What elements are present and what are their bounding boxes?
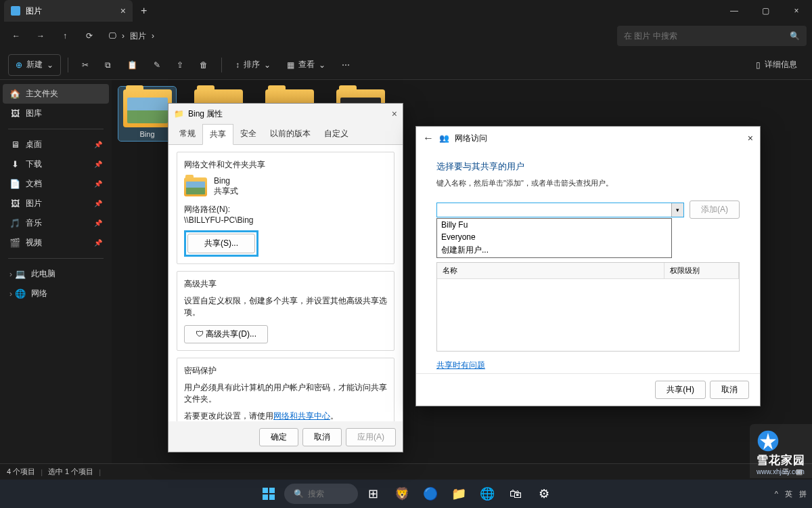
details-pane-button[interactable]: ▯ 详细信息	[749, 54, 804, 76]
share-button[interactable]: 共享(S)...	[187, 234, 255, 253]
dialog-titlebar[interactable]: 📁 Bing 属性 ×	[168, 104, 403, 124]
sidebar-item-documents[interactable]: 📄文档📌	[3, 174, 109, 194]
search-icon[interactable]: 🔍	[790, 31, 800, 41]
item-count: 4 个项目	[7, 467, 35, 477]
copy-button[interactable]: ⧉	[98, 54, 118, 76]
column-permission[interactable]: 权限级别	[664, 263, 739, 278]
tab-general[interactable]: 常规	[173, 124, 202, 144]
sidebar-item-network[interactable]: ›🌐网络	[3, 284, 109, 303]
tray-chevron-icon[interactable]: ^	[775, 490, 778, 498]
sidebar-item-pictures[interactable]: 🖼图片📌	[3, 194, 109, 213]
tab-share[interactable]: 共享	[202, 124, 233, 145]
ime-indicator[interactable]: 拼	[799, 489, 807, 499]
taskbar-app[interactable]: 🔵	[418, 481, 443, 507]
user-combobox[interactable]: ▾	[436, 203, 684, 217]
properties-dialog: 📁 Bing 属性 × 常规 共享 安全 以前的版本 自定义 网络文件和文件夹共…	[168, 103, 403, 452]
taskbar-app[interactable]: ⚙	[531, 481, 557, 507]
task-view-button[interactable]: ⊞	[361, 481, 386, 507]
share-icon: ⇪	[177, 60, 183, 70]
new-tab-button[interactable]: +	[133, 5, 155, 17]
share-button[interactable]: ⇪	[170, 54, 190, 76]
add-button[interactable]: 添加(A)	[690, 200, 740, 219]
forward-button[interactable]: →	[30, 25, 51, 47]
sidebar-item-home[interactable]: 🏠主文件夹	[3, 84, 109, 104]
tab-close-icon[interactable]: ×	[120, 5, 126, 16]
taskbar-store[interactable]: 🛍	[503, 481, 528, 507]
sidebar-item-thispc[interactable]: ›💻此电脑	[3, 264, 109, 284]
close-button[interactable]: ×	[781, 0, 812, 22]
user-list: 名称 权限级别	[436, 262, 740, 352]
taskbar-search-input[interactable]	[308, 489, 348, 499]
network-center-link[interactable]: 网络和共享中心	[273, 411, 330, 421]
cancel-button[interactable]: 取消	[710, 381, 749, 399]
rename-icon: ✎	[154, 60, 160, 70]
system-tray[interactable]: ^ 英 拼	[775, 489, 807, 499]
paste-icon: 📋	[127, 60, 137, 70]
taskbar-explorer[interactable]: 📁	[446, 481, 472, 507]
trash-icon: 🗑	[200, 60, 208, 70]
dropdown-option[interactable]: Billy Fu	[437, 219, 671, 231]
refresh-button[interactable]: ⟳	[78, 25, 100, 47]
advanced-share-section: 高级共享 设置自定义权限，创建多个共享，并设置其他高级共享选项。 🛡 高级共享(…	[177, 271, 394, 351]
rename-button[interactable]: ✎	[147, 54, 167, 76]
details-icon: ▯	[756, 60, 761, 70]
new-button[interactable]: ⊕ 新建 ⌄	[8, 54, 61, 76]
help-link[interactable]: 共享时有问题	[436, 360, 485, 370]
sidebar-item-downloads[interactable]: ⬇下载📌	[3, 154, 109, 174]
sidebar-item-desktop[interactable]: 🖥桌面📌	[3, 135, 109, 154]
sidebar: 🏠主文件夹 🖼图库 🖥桌面📌 ⬇下载📌 📄文档📌 🖼图片📌 🎵音乐📌 🎬视频📌 …	[0, 80, 112, 473]
dropdown-option[interactable]: 创建新用户...	[437, 243, 671, 257]
cut-icon: ✂	[82, 60, 89, 70]
sort-button[interactable]: ↕ 排序 ⌄	[229, 54, 277, 76]
share-dialog: ← 👥 网络访问 × 选择要与其共享的用户 键入名称，然后单击"添加"，或者单击…	[415, 126, 761, 406]
search-input[interactable]	[624, 31, 790, 41]
tab[interactable]: 图片 ×	[4, 0, 133, 22]
taskbar-app[interactable]: 🦁	[389, 481, 415, 507]
ime-indicator[interactable]: 英	[785, 489, 792, 499]
view-button[interactable]: ▦ 查看 ⌄	[280, 54, 332, 76]
back-icon[interactable]: ←	[423, 132, 434, 144]
tab-security[interactable]: 安全	[233, 124, 263, 144]
share-confirm-button[interactable]: 共享(H)	[655, 381, 706, 399]
toolbar: ⊕ 新建 ⌄ ✂ ⧉ 📋 ✎ ⇪ 🗑 ↕ 排序 ⌄ ▦ 查看 ⌄ ⋯ ▯ 详细信…	[0, 50, 812, 80]
user-input[interactable]	[437, 203, 671, 217]
ok-button[interactable]: 确定	[259, 428, 298, 446]
plus-icon: ⊕	[16, 60, 22, 70]
share-heading: 选择要与其共享的用户	[436, 161, 740, 173]
back-button[interactable]: ←	[5, 25, 27, 47]
breadcrumb-item[interactable]: 图片	[130, 30, 146, 42]
up-button[interactable]: ↑	[54, 25, 76, 47]
dropdown-option[interactable]: Everyone	[437, 231, 671, 243]
pin-icon: 📌	[94, 200, 102, 207]
dropdown-button[interactable]: ▾	[671, 203, 683, 217]
apply-button[interactable]: 应用(A)	[346, 428, 396, 446]
sidebar-item-music[interactable]: 🎵音乐📌	[3, 213, 109, 233]
close-icon[interactable]: ×	[392, 108, 397, 119]
minimize-button[interactable]: —	[719, 0, 750, 22]
titlebar: 图片 × + — ▢ ×	[0, 0, 812, 22]
maximize-button[interactable]: ▢	[750, 0, 781, 22]
user-list-body[interactable]	[437, 279, 739, 351]
tab-previous[interactable]: 以前的版本	[263, 124, 317, 144]
taskbar-search[interactable]: 🔍	[284, 484, 358, 504]
svg-rect-2	[263, 494, 268, 500]
navbar: ← → ↑ ⟳ 🖵 › 图片 › 🔍	[0, 22, 812, 50]
tab-custom[interactable]: 自定义	[317, 124, 355, 144]
taskbar-edge[interactable]: 🌐	[474, 481, 500, 507]
column-name[interactable]: 名称	[437, 263, 664, 278]
pictures-icon	[11, 6, 20, 16]
close-icon[interactable]: ×	[748, 133, 753, 144]
start-button[interactable]	[256, 481, 281, 507]
delete-button[interactable]: 🗑	[193, 54, 215, 76]
cut-button[interactable]: ✂	[75, 54, 95, 76]
advanced-share-button[interactable]: 🛡 高级共享(D)...	[184, 325, 268, 343]
cancel-button[interactable]: 取消	[302, 428, 342, 446]
breadcrumb[interactable]: 🖵 › 图片 ›	[103, 30, 614, 42]
sidebar-item-gallery[interactable]: 🖼图库	[3, 104, 109, 123]
paste-button[interactable]: 📋	[120, 54, 144, 76]
sidebar-item-videos[interactable]: 🎬视频📌	[3, 233, 109, 253]
view-icon: ▦	[287, 60, 294, 70]
search-box[interactable]: 🔍	[617, 26, 807, 46]
more-button[interactable]: ⋯	[335, 54, 357, 76]
dialog-title: 网络访问	[455, 133, 487, 144]
